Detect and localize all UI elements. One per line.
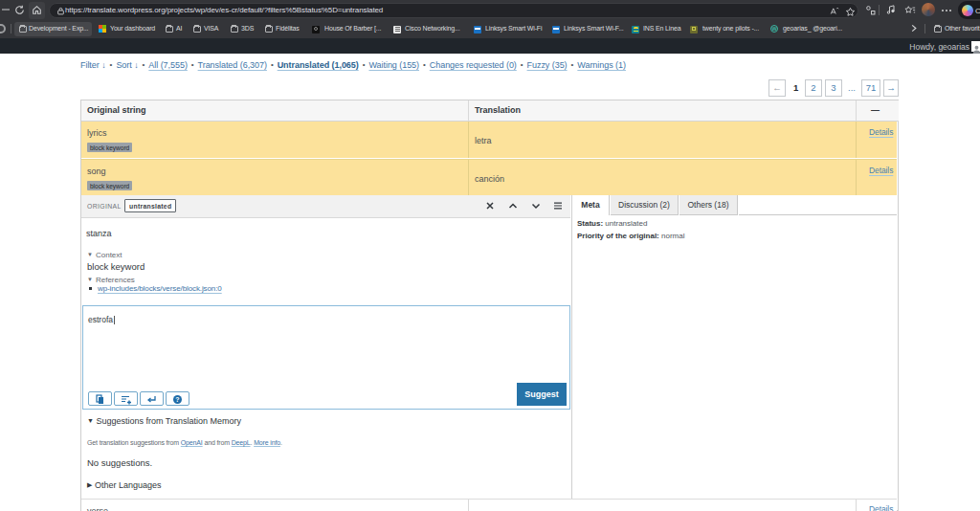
svg-text:?: ?	[175, 396, 179, 403]
